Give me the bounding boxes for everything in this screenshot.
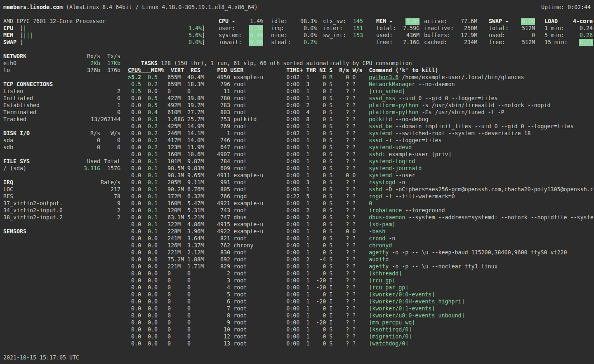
- cell-virt: 0: [167, 284, 184, 291]
- cell-time: 0:00: [266, 291, 299, 298]
- cell-thr: 1: [306, 284, 316, 291]
- row-value: 2Kb: [75, 60, 100, 67]
- cell-virt: 123M: [167, 144, 184, 151]
- cell-rps: ?: [339, 235, 349, 242]
- cell-virt: 98.3M: [167, 172, 184, 179]
- cell-ni: 0: [316, 116, 326, 123]
- cell-res: 10.6M: [187, 151, 207, 158]
- stat-label: 15 min:: [544, 39, 568, 46]
- stat-label: total:: [489, 25, 509, 32]
- process-row: 0.00.0241M3.64M821root0:0010S??crond -n: [128, 235, 594, 242]
- stat-label: CPU -: [219, 18, 235, 25]
- process-row: 0.00.2425M14.9M769root0:0010S??sssd_be -…: [128, 123, 594, 130]
- cell-virt: 0: [167, 326, 184, 333]
- cell-res: 0: [187, 284, 207, 291]
- cell-virt: 90.2M: [167, 186, 184, 193]
- cell-mem: 0.5: [148, 74, 158, 81]
- command-args: --system --address=systemd: --nofork --n…: [405, 214, 593, 221]
- stat-label: inactive:: [424, 25, 454, 32]
- cell-thr: 1: [306, 333, 316, 340]
- command-name: platform-python: [369, 109, 418, 116]
- process-row: 0.00.0008root0:0010I??[kworker/u8:0-even…: [128, 312, 594, 319]
- cell-time: 0:00: [266, 305, 299, 312]
- cell-cpu: 0.0: [128, 305, 141, 312]
- cell-res: 40.4M: [187, 74, 207, 81]
- process-row: 0.00.4610M27.7M803root0:0040S??platform-…: [128, 109, 594, 116]
- row-value: 9: [62, 200, 120, 207]
- cell-res: 39.7M: [187, 102, 207, 109]
- column-header: Used: [75, 158, 100, 165]
- stat-value: 0.0%: [249, 39, 263, 46]
- cell-ni: 0: [316, 200, 326, 207]
- cell-ni: 0: [316, 193, 326, 200]
- stat-row: sw_int:153: [323, 32, 363, 39]
- command-name: (sd-pam): [369, 221, 395, 228]
- command-name: [mm_percpu_wq]: [369, 319, 415, 326]
- cell-virt: 221M: [167, 263, 184, 270]
- cell-virt: 0: [167, 298, 184, 305]
- cell-user: root: [233, 109, 266, 116]
- cell-command: systemd --switched-root --system --deser…: [369, 130, 594, 137]
- cell-wps: ?: [352, 263, 362, 270]
- cell-pid: 746: [207, 137, 230, 144]
- section-header: NETWORKRx/sTx/s: [3, 53, 120, 60]
- cell-user: root: [233, 305, 266, 312]
- stat-label: idle:: [271, 18, 288, 25]
- cell-time: 0:00: [266, 158, 299, 165]
- cell-cpu: 0.0: [128, 221, 141, 228]
- cell-cpu: 0.0: [128, 340, 141, 347]
- process-row: 0.00.0004root0:001-20I??[rcu_par_gp]: [128, 284, 594, 291]
- cell-wps: ?: [352, 144, 362, 151]
- cell-ni: 0: [316, 179, 326, 186]
- cell-pid: 13: [207, 340, 230, 347]
- section-header: FILE SYSUsedTotal: [3, 158, 120, 165]
- cell-state: S: [329, 109, 332, 116]
- column-header-cpu: CPU%: [128, 67, 151, 73]
- cell-pid: 3: [207, 277, 230, 284]
- stat-value: 5.6%: [405, 18, 420, 25]
- cell-res: 5.21M: [187, 214, 207, 221]
- cell-command: [migration/0]: [369, 333, 594, 340]
- stat-value: 0: [531, 32, 535, 39]
- meter-label: CPU: [3, 25, 20, 32]
- section-tcp: TCP CONNECTIONSListen2Initiated0Establis…: [3, 81, 120, 123]
- cell-pid: 780: [207, 95, 230, 102]
- cell-rps: ?: [339, 340, 349, 347]
- cell-pid: 766: [207, 193, 230, 200]
- command-name: irqbalance: [369, 207, 402, 214]
- cell-user: root: [233, 130, 266, 137]
- cell-command: sssd -i --logger=files: [369, 137, 594, 144]
- cell-user: root: [233, 158, 266, 165]
- row-value: 0: [100, 137, 120, 144]
- cell-time: 0:00: [266, 319, 299, 326]
- cell-rps: ?: [339, 221, 349, 228]
- cell-user: root: [233, 277, 266, 284]
- cell-user: root: [233, 298, 266, 305]
- row-value: 3.31G: [75, 165, 100, 172]
- cell-ni: -20: [316, 277, 326, 284]
- cell-mem: 0.5: [148, 102, 158, 109]
- row-value: 13/262144: [62, 116, 120, 123]
- cell-virt: 610M: [167, 109, 184, 116]
- stat-label: SWAP -: [489, 18, 509, 25]
- cell-time: 0:00: [266, 263, 299, 270]
- cell-user: chrony: [233, 242, 266, 249]
- sidebar-row: / (sda)3.31G157G: [3, 165, 120, 172]
- command-args: -o -p -- \u --noclear tty1 linux: [389, 263, 497, 270]
- cell-cpu: 0.0: [128, 186, 141, 193]
- cell-ni: 0: [316, 221, 326, 228]
- cell-virt: 0: [167, 340, 184, 347]
- meter-swap: SWAP [0.0%]: [3, 39, 205, 46]
- cell-command: python3.6 /home/example-user/.local/bin/…: [369, 74, 594, 81]
- cell-command: [ksoftirqd/0]: [369, 326, 594, 333]
- cell-pid: 11: [207, 88, 230, 95]
- cell-pid: 4911: [207, 172, 230, 179]
- stat-label: sw_int:: [323, 32, 346, 39]
- process-row: 0.00.1160M10.6M4907root0:0010S??sshd: ex…: [128, 151, 594, 158]
- cell-wps: ?: [352, 284, 362, 291]
- cell-res: 0: [187, 319, 207, 326]
- cell-time: 0:00: [266, 172, 299, 179]
- cell-mem: 0.4: [148, 109, 158, 116]
- section-title: TCP CONNECTIONS: [3, 81, 120, 88]
- cell-ni: 0: [316, 186, 326, 193]
